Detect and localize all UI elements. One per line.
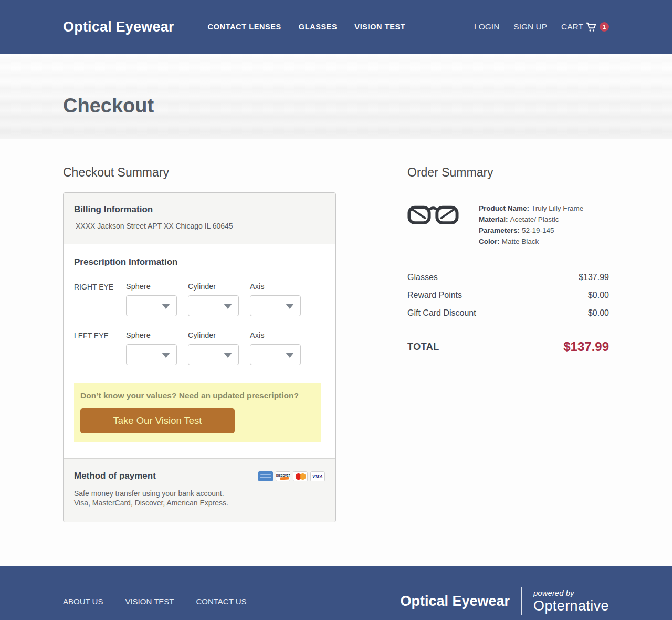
left-eye-label: LEFT EYE bbox=[74, 331, 126, 365]
right-eye-cylinder-select[interactable] bbox=[188, 295, 239, 316]
right-eye-axis-field: Axis bbox=[250, 282, 301, 316]
main-content: Checkout Summary Billing Information XXX… bbox=[63, 139, 609, 566]
product-material-row: Material:Acetate/ Plastic bbox=[479, 214, 583, 225]
glasses-icon bbox=[407, 203, 459, 226]
footer-divider bbox=[521, 587, 522, 615]
left-eye-row: LEFT EYE Sphere Cylinder Axis bbox=[74, 331, 325, 365]
footer-about-us[interactable]: ABOUT US bbox=[63, 597, 103, 606]
right-eye-label: RIGHT EYE bbox=[74, 282, 126, 316]
cart-button[interactable]: CART 1 bbox=[561, 22, 609, 32]
prescription-heading: Prescription Information bbox=[74, 257, 325, 267]
discover-icon: DISCOVER bbox=[276, 471, 290, 481]
vision-test-question: Don’t know your values? Need an updated … bbox=[80, 391, 314, 400]
powered-by-label: powered by bbox=[533, 588, 609, 598]
cart-count-badge: 1 bbox=[600, 22, 609, 32]
prescription-section: Prescription Information RIGHT EYE Spher… bbox=[64, 244, 335, 458]
top-navbar: Optical Eyewear CONTACT LENSES GLASSES V… bbox=[0, 0, 672, 54]
order-divider-bottom bbox=[407, 332, 609, 332]
vision-test-callout: Don’t know your values? Need an updated … bbox=[74, 383, 321, 442]
left-eye-sphere-select[interactable] bbox=[126, 344, 177, 365]
page-title: Checkout bbox=[63, 95, 609, 117]
primary-nav: CONTACT LENSES GLASSES VISION TEST bbox=[208, 23, 406, 31]
order-summary-column: Order Summary Product Name:Truly Lilly F… bbox=[407, 166, 609, 354]
cart-icon bbox=[586, 22, 597, 32]
right-eye-sphere-field: Sphere bbox=[126, 282, 177, 316]
billing-heading: Billing Information bbox=[74, 204, 325, 215]
cart-label: CART bbox=[561, 22, 583, 32]
order-summary-heading: Order Summary bbox=[407, 166, 609, 180]
product-details: Product Name:Truly Lilly Frame Material:… bbox=[479, 203, 583, 247]
billing-information-section: Billing Information XXXX Jackson Street … bbox=[64, 193, 335, 244]
signup-link[interactable]: SIGN UP bbox=[513, 22, 547, 32]
payment-line-1: Safe money transfer using your bank acco… bbox=[74, 489, 325, 498]
page-hero: Checkout bbox=[0, 54, 672, 139]
nav-contact-lenses[interactable]: CONTACT LENSES bbox=[208, 23, 281, 31]
axis-label: Axis bbox=[250, 331, 301, 339]
nav-glasses[interactable]: GLASSES bbox=[299, 23, 338, 31]
order-total-row: TOTAL $137.99 bbox=[407, 339, 609, 354]
brand-logo[interactable]: Optical Eyewear bbox=[63, 19, 174, 35]
order-line-glasses: Glasses $137.99 bbox=[407, 273, 609, 282]
left-eye-axis-select[interactable] bbox=[250, 344, 301, 365]
total-value: $137.99 bbox=[563, 339, 609, 354]
opternative-logo: Opternative bbox=[533, 598, 609, 614]
product-name-row: Product Name:Truly Lilly Frame bbox=[479, 203, 583, 214]
cylinder-label: Cylinder bbox=[188, 282, 239, 291]
payment-description: Safe money transfer using your bank acco… bbox=[74, 489, 325, 508]
right-eye-row: RIGHT EYE Sphere Cylinder Axis bbox=[74, 282, 325, 316]
login-link[interactable]: LOGIN bbox=[474, 22, 499, 32]
axis-label: Axis bbox=[250, 282, 301, 291]
left-eye-sphere-field: Sphere bbox=[126, 331, 177, 365]
checkout-panel: Billing Information XXXX Jackson Street … bbox=[63, 192, 336, 522]
left-eye-cylinder-field: Cylinder bbox=[188, 331, 239, 365]
mastercard-icon bbox=[293, 471, 308, 481]
powered-by-block: powered by Opternative bbox=[533, 588, 609, 614]
account-nav: LOGIN SIGN UP CART 1 bbox=[474, 22, 609, 32]
payment-line-2: Visa, MasterCard, Discover, American Exp… bbox=[74, 498, 325, 508]
billing-address: XXXX Jackson Street APT XX Chicago IL 60… bbox=[74, 222, 325, 230]
sphere-label: Sphere bbox=[126, 331, 177, 339]
order-divider-top bbox=[407, 261, 609, 261]
take-vision-test-button[interactable]: Take Our Vision Test bbox=[80, 408, 235, 433]
footer-brand-block: Optical Eyewear powered by Opternative bbox=[400, 587, 609, 615]
product-summary: Product Name:Truly Lilly Frame Material:… bbox=[407, 203, 609, 247]
cylinder-label: Cylinder bbox=[188, 331, 239, 339]
right-eye-cylinder-field: Cylinder bbox=[188, 282, 239, 316]
product-parameters-row: Parameters:52-19-145 bbox=[479, 225, 583, 236]
payment-heading: Method of payment bbox=[74, 471, 156, 481]
checkout-summary-column: Checkout Summary Billing Information XXX… bbox=[63, 166, 336, 522]
visa-icon: VISA bbox=[310, 471, 325, 481]
american-express-icon bbox=[258, 471, 273, 481]
right-eye-sphere-select[interactable] bbox=[126, 295, 177, 316]
footer-brand-logo: Optical Eyewear bbox=[400, 593, 510, 609]
page-footer: ABOUT US VISION TEST CONTACT US Optical … bbox=[0, 566, 672, 620]
checkout-summary-heading: Checkout Summary bbox=[63, 166, 336, 180]
nav-vision-test[interactable]: VISION TEST bbox=[354, 23, 405, 31]
product-color-row: Color:Matte Black bbox=[479, 236, 583, 247]
sphere-label: Sphere bbox=[126, 282, 177, 291]
order-line-gift-card-discount: Gift Card Discount $0.00 bbox=[407, 308, 609, 318]
footer-contact-us[interactable]: CONTACT US bbox=[196, 597, 246, 606]
left-eye-cylinder-select[interactable] bbox=[188, 344, 239, 365]
footer-nav: ABOUT US VISION TEST CONTACT US bbox=[63, 597, 247, 606]
footer-vision-test[interactable]: VISION TEST bbox=[125, 597, 174, 606]
order-line-reward-points: Reward Points $0.00 bbox=[407, 291, 609, 300]
payment-method-section: Method of payment DISCOVER bbox=[64, 458, 335, 522]
accepted-cards: DISCOVER VISA bbox=[258, 471, 325, 481]
total-label: TOTAL bbox=[407, 342, 439, 353]
right-eye-axis-select[interactable] bbox=[250, 295, 301, 316]
left-eye-axis-field: Axis bbox=[250, 331, 301, 365]
